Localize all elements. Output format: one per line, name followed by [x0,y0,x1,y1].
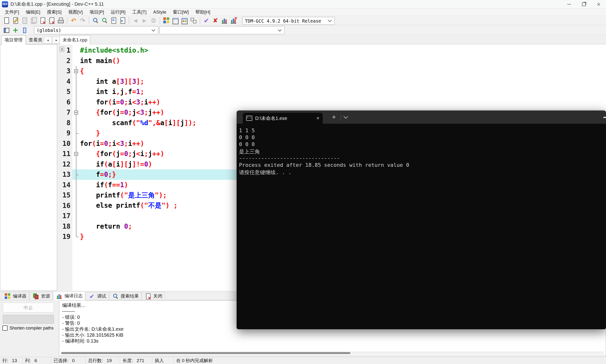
tab-scroll-right-button[interactable] [52,37,60,43]
toggle-class-browser-icon [21,27,28,34]
code-text: int a[3][3]; [80,78,144,85]
close-button[interactable] [591,0,606,9]
menu-item[interactable]: 编辑[E] [22,9,44,16]
menu-item[interactable]: 帮助[H] [192,9,213,16]
minimize-button[interactable] [562,0,577,9]
toolbar-separator [89,17,89,24]
delete-profiling-button[interactable] [229,16,238,25]
code-text: {for(j=0;j<3;j++) [80,108,164,116]
fold-column [72,139,80,149]
compiler-select[interactable]: TDM-GCC 4.9.2 64-bit Release [242,17,335,25]
profile-button[interactable] [220,16,229,25]
fold-toggle-icon[interactable] [72,107,80,118]
abort-compilation-button[interactable]: ✘ [211,16,220,25]
toggle-project-browser-button[interactable] [2,26,11,35]
terminal-tab[interactable]: C:\ D:\未命名1.exe [243,113,323,124]
code-text: int main() [80,57,120,65]
restore-button[interactable] [577,0,591,9]
menu-item[interactable]: 运行[R] [107,9,129,16]
goto-declaration-button[interactable] [149,16,158,25]
syntax-check-button[interactable]: ✔ [202,16,211,25]
horizontal-scrollbar[interactable] [61,351,604,355]
close-all-button[interactable] [47,16,56,25]
status-segment: 在 0 秒内完成解析 [174,357,606,364]
fold-toggle-icon[interactable] [72,149,80,159]
status-segment: 总行数: 19 [86,357,120,364]
bottom-tab-compiler[interactable]: 编译器 [1,292,29,300]
menu-item[interactable]: 窗口[W] [170,9,192,16]
tab-scroll-left-button[interactable] [44,37,52,43]
back-button[interactable]: ◀ [131,16,140,25]
bottom-tab-compile-log[interactable]: 编译日志 [53,291,85,300]
run-button[interactable] [171,16,180,25]
redo-button[interactable]: ↷ [78,16,87,25]
close-label: 关闭 [153,293,162,299]
editor-tabs: 未命名1.cpp [60,36,90,44]
shorten-paths-checkbox[interactable] [2,325,8,331]
find-button[interactable] [91,16,100,25]
tab-class-viewer[interactable]: 查看类 [26,36,45,44]
close-file-button[interactable] [38,16,47,25]
forward-button[interactable]: ▶ [140,16,149,25]
bottom-tab-resources[interactable]: 资源 [29,292,53,300]
goto-line-button[interactable] [118,16,127,25]
class-viewer-label: 查看类 [29,37,42,43]
undo-button[interactable]: ↶ [69,16,78,25]
save-all-button[interactable] [29,16,38,25]
terminal-tab-close-icon[interactable] [316,116,319,121]
fold-column [72,45,80,56]
menu-item[interactable]: 视图[V] [65,9,86,16]
menu-item[interactable]: 搜索[S] [44,9,65,16]
tab-file-unnamed1[interactable]: 未命名1.cpp [60,35,90,44]
terminal-new-tab-button[interactable] [330,114,338,121]
open-file-icon [12,17,19,24]
run-icon [172,17,179,24]
code-line-3[interactable]: 3{ [59,66,606,76]
code-line-5[interactable]: 5 int i,j,f=1; [59,87,606,97]
bottom-tab-close[interactable]: 关闭 [142,292,165,300]
line-number: 15 [59,191,72,199]
code-text: } [80,129,100,137]
file-unnamed1-label: 未命名1.cpp [63,37,87,43]
scrollbar-thumb[interactable] [61,352,350,354]
compile-and-run-button[interactable] [180,16,189,25]
fold-column [72,201,80,211]
terminal-separator [341,115,341,120]
toggle-class-browser-button[interactable] [20,26,29,35]
new-source-button[interactable] [2,16,11,25]
menu-item[interactable]: AStyle [150,9,170,16]
menu-item[interactable]: 工具[T] [129,9,150,16]
print-button[interactable] [56,16,65,25]
bottom-tab-search-results[interactable]: 搜索结果 [109,292,141,300]
code-text: else printf("不是") ; [80,201,178,210]
rebuild-all-button[interactable] [189,16,198,25]
rebuild-all-icon [190,17,197,24]
members-select[interactable] [159,26,285,34]
menu-item[interactable]: 文件[F] [1,9,22,16]
compile-button[interactable] [162,16,171,25]
code-text: {for(j=0;j<i;j++) [80,150,164,158]
terminal-line: 0 0 0 [239,134,606,141]
add-to-project-button[interactable]: + [11,26,20,35]
fold-toggle-icon[interactable] [72,66,80,76]
code-line-1[interactable]: 1#include<stdio.h> [59,45,606,56]
abort-button[interactable]: 中止 [3,303,54,312]
open-file-button[interactable] [11,16,20,25]
tab-project-manager[interactable]: 项目管理 [1,35,26,44]
fold-column [72,87,80,97]
terminal-title-bar[interactable]: C:\ D:\未命名1.exe [237,111,606,124]
replace-button[interactable] [109,16,118,25]
save-button[interactable] [20,16,29,25]
code-line-6[interactable]: 6 for(i=0;i<3;i++) [59,97,606,107]
code-line-4[interactable]: 4 int a[3][3]; [59,76,606,87]
code-text: f=0;} [80,170,116,178]
menu-item[interactable]: 项目[P] [86,9,107,16]
find-in-files-button[interactable] [100,16,109,25]
project-browser-panel [0,44,57,291]
log-line: - 编译时间: 0.13s [62,338,603,344]
terminal-dropdown-icon[interactable] [343,114,348,118]
shorten-paths-row[interactable]: Shorten compiler paths [2,325,53,331]
bottom-tab-debug[interactable]: ✔调试 [86,292,109,300]
globals-select[interactable]: (globals) [34,26,158,34]
code-line-2[interactable]: 2int main() [59,56,606,66]
